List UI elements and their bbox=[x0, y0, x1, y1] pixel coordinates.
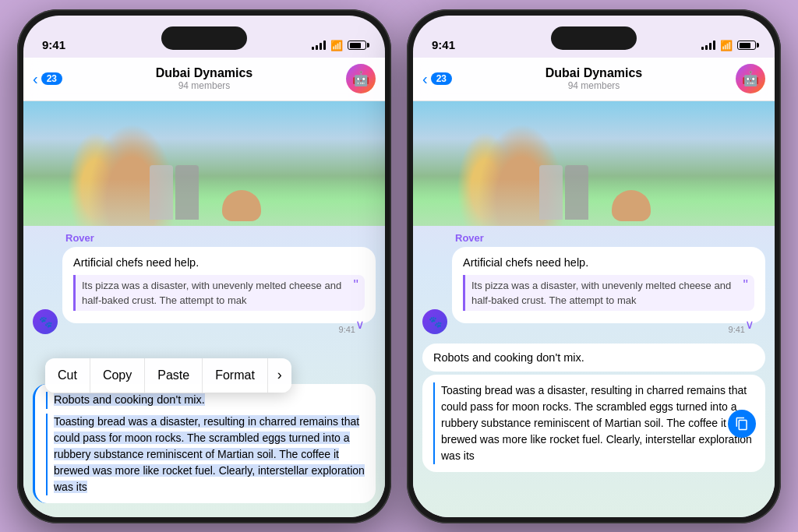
quote-mark-right: " bbox=[743, 278, 748, 292]
quote-mark-left: " bbox=[354, 278, 358, 292]
robots-title-left: Robots and cooking don't mix. bbox=[54, 393, 205, 406]
media-image-left bbox=[23, 101, 385, 226]
signal-icon-left bbox=[312, 41, 326, 50]
context-menu: Cut Copy Paste Format › bbox=[45, 358, 291, 393]
robots-quoted-body-right: Toasting bread was a disaster, resulting… bbox=[433, 382, 754, 464]
message-bubble-rover-left: Artificial chefs need help. " Its pizza … bbox=[62, 247, 376, 324]
robots-body-text-left: Toasting bread was a disaster, resulting… bbox=[46, 414, 365, 495]
battery-icon-right bbox=[737, 41, 756, 50]
chat-title-area-left: Dubai Dynamics 94 members bbox=[156, 66, 252, 91]
context-more-button[interactable]: › bbox=[268, 358, 291, 393]
chat-subtitle-left: 94 members bbox=[156, 80, 252, 91]
chat-header-right: ‹ 23 Dubai Dynamics 94 members 🤖 bbox=[413, 58, 775, 101]
chat-title-right: Dubai Dynamics bbox=[546, 66, 642, 80]
sender-name-right: Rover bbox=[452, 232, 765, 244]
robots-selected-text: Robots and cooking don't mix. bbox=[46, 392, 365, 409]
robots-message-container-left: Robots and cooking don't mix. Toasting b… bbox=[23, 378, 385, 509]
phone-left: 9:41 📶 ‹ 23 Dubai Dynamic bbox=[17, 9, 391, 523]
robots-title-bubble-right: Robots and cooking don't mix. bbox=[422, 344, 765, 372]
quoted-text-right: Its pizza was a disaster, with unevenly … bbox=[471, 280, 731, 306]
status-time-right: 9:41 bbox=[432, 38, 455, 53]
quoted-block-left: " Its pizza was a disaster, with unevenl… bbox=[73, 275, 365, 311]
message-title-right: Artificial chefs need help. bbox=[463, 255, 754, 270]
chat-area-left: 🐾 Rover Artificial chefs need help. " It… bbox=[23, 101, 385, 517]
status-icons-right: 📶 bbox=[701, 40, 756, 53]
phone-screen-left: 9:41 📶 ‹ 23 Dubai Dynamic bbox=[23, 16, 385, 517]
robots-message-container-right: Robots and cooking don't mix. Toasting b… bbox=[413, 337, 775, 478]
phone-screen-right: 9:41 📶 ‹ 23 Dubai Dynamic bbox=[413, 16, 775, 517]
context-paste-button[interactable]: Paste bbox=[145, 358, 203, 393]
back-chevron-right: ‹ bbox=[422, 70, 428, 88]
context-format-button[interactable]: Format bbox=[203, 358, 268, 393]
expand-button-right[interactable]: ∨ bbox=[745, 317, 754, 332]
avatar-rover-right: 🐾 bbox=[422, 309, 447, 334]
status-time-left: 9:41 bbox=[42, 38, 65, 53]
wifi-icon-left: 📶 bbox=[330, 40, 343, 51]
media-image-right bbox=[413, 101, 775, 226]
wifi-icon-right: 📶 bbox=[720, 40, 733, 51]
message-row-rover-left: 🐾 Rover Artificial chefs need help. " It… bbox=[23, 226, 385, 338]
back-button-right[interactable]: ‹ 23 bbox=[422, 70, 452, 88]
selected-text-span: Robots and cooking don't mix. bbox=[54, 393, 205, 406]
context-copy-button[interactable]: Copy bbox=[90, 358, 145, 393]
back-badge-right: 23 bbox=[431, 72, 452, 85]
status-icons-left: 📶 bbox=[312, 40, 366, 53]
battery-icon-left bbox=[348, 41, 366, 50]
timestamp-right: 9:41 bbox=[452, 325, 765, 334]
copy-indicator bbox=[728, 410, 756, 438]
back-button-left[interactable]: ‹ 23 bbox=[33, 70, 62, 88]
chat-title-left: Dubai Dynamics bbox=[156, 66, 252, 80]
chat-title-area-right: Dubai Dynamics 94 members bbox=[546, 66, 642, 91]
message-bubble-rover-right: Artificial chefs need help. " Its pizza … bbox=[452, 247, 765, 324]
avatar-rover-left: 🐾 bbox=[33, 309, 58, 334]
robots-bubble-left: Robots and cooking don't mix. Toasting b… bbox=[33, 384, 376, 503]
sender-name-left: Rover bbox=[62, 232, 376, 244]
robots-body-bubble-right: Toasting bread was a disaster, resulting… bbox=[422, 375, 765, 472]
expand-button-left[interactable]: ∨ bbox=[355, 317, 365, 332]
copy-icon bbox=[735, 417, 749, 431]
group-avatar-left[interactable]: 🤖 bbox=[346, 64, 376, 93]
context-cut-button[interactable]: Cut bbox=[45, 358, 90, 393]
back-chevron-left: ‹ bbox=[33, 70, 38, 88]
dynamic-island-right bbox=[551, 26, 637, 50]
timestamp-left: 9:41 bbox=[62, 325, 376, 334]
chat-subtitle-right: 94 members bbox=[546, 80, 642, 91]
quoted-text-left: Its pizza was a disaster, with unevenly … bbox=[82, 280, 341, 306]
chat-header-left: ‹ 23 Dubai Dynamics 94 members 🤖 bbox=[23, 58, 385, 101]
robots-body-text-right: Toasting bread was a disaster, resulting… bbox=[441, 382, 754, 464]
robots-title-text-right: Robots and cooking don't mix. bbox=[433, 351, 754, 364]
message-content-rover-left: Rover Artificial chefs need help. " Its … bbox=[62, 232, 376, 335]
quoted-block-right: " Its pizza was a disaster, with unevenl… bbox=[463, 275, 754, 311]
dynamic-island-left bbox=[161, 26, 247, 50]
back-badge-left: 23 bbox=[41, 72, 62, 85]
message-row-rover-right: 🐾 Rover Artificial chefs need help. " It… bbox=[413, 226, 775, 338]
message-content-rover-right: Rover Artificial chefs need help. " Its … bbox=[452, 232, 765, 335]
group-avatar-right[interactable]: 🤖 bbox=[736, 64, 765, 93]
phone-right: 9:41 📶 ‹ 23 Dubai Dynamic bbox=[407, 9, 781, 523]
signal-icon-right bbox=[701, 41, 715, 50]
robots-body-span-left: Toasting bread was a disaster, resulting… bbox=[54, 415, 365, 493]
chat-area-right: 🐾 Rover Artificial chefs need help. " It… bbox=[413, 101, 775, 517]
message-title-left: Artificial chefs need help. bbox=[73, 255, 365, 270]
